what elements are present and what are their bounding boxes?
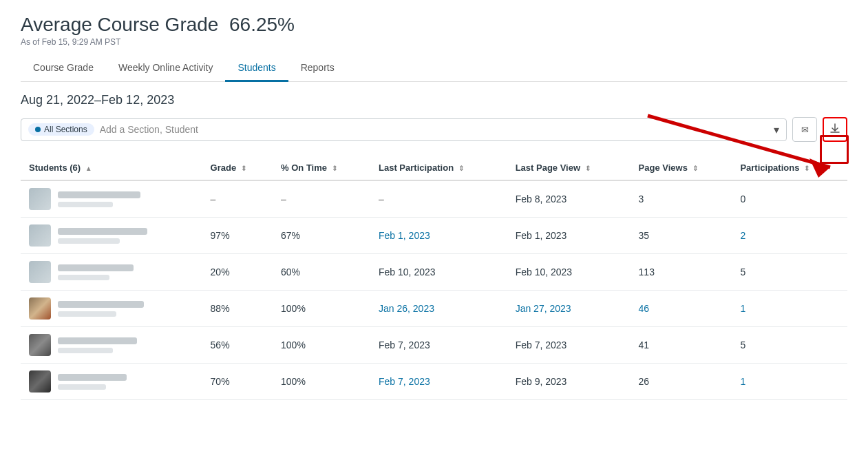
download-icon bbox=[829, 123, 840, 136]
avatar bbox=[29, 370, 51, 392]
sort-icon-last-participation: ⇕ bbox=[458, 165, 464, 172]
grade-cell: 70% bbox=[202, 364, 273, 400]
student-sub-blur bbox=[58, 202, 113, 207]
filter-row: All Sections Add a Section, Student ▾ ✉ bbox=[21, 117, 847, 142]
avatar bbox=[29, 297, 51, 320]
page-views-cell: 26 bbox=[631, 364, 732, 400]
on-time-cell: 60% bbox=[273, 254, 370, 291]
last-page-view-cell: Feb 7, 2023 bbox=[507, 327, 631, 364]
tab-reports[interactable]: Reports bbox=[288, 55, 347, 82]
last-page-view-link[interactable]: Jan 27, 2023 bbox=[516, 303, 571, 314]
student-name-block bbox=[58, 191, 140, 207]
download-button[interactable] bbox=[823, 117, 847, 142]
tabs-row: Course Grade Weekly Online Activity Stud… bbox=[21, 55, 847, 82]
sort-icon-grade: ⇕ bbox=[241, 165, 246, 172]
table-row: – – – Feb 8, 2023 3 0 bbox=[21, 180, 847, 218]
tab-course-grade[interactable]: Course Grade bbox=[21, 55, 106, 82]
last-participation-link[interactable]: Feb 7, 2023 bbox=[379, 376, 430, 387]
student-name-block bbox=[58, 374, 127, 390]
last-page-view-cell: Feb 10, 2023 bbox=[507, 254, 631, 291]
table-row: 20% 60% Feb 10, 2023 Feb 10, 2023 113 5 bbox=[21, 254, 847, 291]
participations-cell: 5 bbox=[732, 254, 847, 291]
last-page-view-cell: Feb 1, 2023 bbox=[507, 218, 631, 254]
page-views-cell: 3 bbox=[631, 180, 732, 218]
email-icon: ✉ bbox=[801, 125, 809, 135]
table-row: 70% 100% Feb 7, 2023 Feb 9, 2023 26 1 bbox=[21, 364, 847, 400]
all-sections-tag[interactable]: All Sections bbox=[28, 123, 94, 136]
student-sub-blur bbox=[58, 238, 120, 244]
last-page-view-cell: Feb 8, 2023 bbox=[507, 180, 631, 218]
table-header-row: Students (6) ▲ Grade ⇕ % On Time ⇕ Las bbox=[21, 156, 847, 180]
filter-placeholder: Add a Section, Student bbox=[100, 124, 198, 135]
participations-cell: 0 bbox=[732, 180, 847, 218]
participations-link[interactable]: 1 bbox=[740, 376, 745, 387]
student-name-blur bbox=[58, 191, 140, 198]
last-page-view-cell: Jan 27, 2023 bbox=[507, 291, 631, 327]
table-row: 88% 100% Jan 26, 2023 Jan 27, 2023 46 1 bbox=[21, 291, 847, 327]
date-range: Aug 21, 2022–Feb 12, 2023 bbox=[21, 93, 847, 107]
col-page-views[interactable]: Page Views ⇕ bbox=[631, 156, 732, 180]
avatar bbox=[29, 188, 51, 210]
grade-cell: 20% bbox=[202, 254, 273, 291]
col-last-participation[interactable]: Last Participation ⇕ bbox=[370, 156, 507, 180]
participations-link[interactable]: 1 bbox=[740, 303, 745, 314]
student-sub-blur bbox=[58, 275, 109, 280]
last-participation-cell: – bbox=[370, 180, 507, 218]
last-participation-cell: Jan 26, 2023 bbox=[370, 291, 507, 327]
tag-dot bbox=[35, 127, 41, 132]
students-table: Students (6) ▲ Grade ⇕ % On Time ⇕ Las bbox=[21, 156, 847, 400]
grade-cell: – bbox=[202, 180, 273, 218]
on-time-cell: 100% bbox=[273, 364, 370, 400]
col-students[interactable]: Students (6) ▲ bbox=[21, 156, 202, 180]
filter-input-container[interactable]: All Sections Add a Section, Student ▾ bbox=[21, 118, 787, 141]
student-cell bbox=[21, 364, 202, 400]
chevron-down-icon[interactable]: ▾ bbox=[774, 123, 779, 136]
participations-cell: 1 bbox=[732, 291, 847, 327]
sort-icon-last-page-view: ⇕ bbox=[585, 165, 591, 172]
student-name-blur bbox=[58, 374, 127, 381]
participations-cell: 2 bbox=[732, 218, 847, 254]
student-name-blur bbox=[58, 264, 134, 271]
grade-cell: 56% bbox=[202, 327, 273, 364]
col-last-page-view[interactable]: Last Page View ⇕ bbox=[507, 156, 631, 180]
tab-students[interactable]: Students bbox=[225, 55, 288, 82]
page-views-cell: 46 bbox=[631, 291, 732, 327]
tab-weekly-online-activity[interactable]: Weekly Online Activity bbox=[106, 55, 225, 82]
last-participation-cell: Feb 7, 2023 bbox=[370, 327, 507, 364]
grade-value: 66.25% bbox=[229, 14, 295, 35]
header-section: Average Course Grade 66.25% As of Feb 15… bbox=[21, 14, 847, 47]
student-cell bbox=[21, 327, 202, 364]
col-grade[interactable]: Grade ⇕ bbox=[202, 156, 273, 180]
last-participation-link[interactable]: Jan 26, 2023 bbox=[379, 303, 434, 314]
participations-cell: 1 bbox=[732, 364, 847, 400]
last-participation-cell: Feb 1, 2023 bbox=[370, 218, 507, 254]
participations-link[interactable]: 2 bbox=[740, 230, 745, 241]
last-participation-cell: Feb 7, 2023 bbox=[370, 364, 507, 400]
student-name-block bbox=[58, 264, 134, 280]
col-participations[interactable]: Participations ⇕ bbox=[732, 156, 847, 180]
student-name-blur bbox=[58, 337, 137, 344]
table-row: 97% 67% Feb 1, 2023 Feb 1, 2023 35 2 bbox=[21, 218, 847, 254]
page-views-cell: 35 bbox=[631, 218, 732, 254]
table-row: 56% 100% Feb 7, 2023 Feb 7, 2023 41 5 bbox=[21, 327, 847, 364]
sort-icon-participations: ⇕ bbox=[804, 165, 809, 172]
page-title: Average Course Grade 66.25% bbox=[21, 14, 847, 36]
sort-icon-students: ▲ bbox=[85, 165, 92, 172]
student-name-block bbox=[58, 337, 137, 353]
page-views-link[interactable]: 46 bbox=[639, 303, 650, 314]
subtitle-text: As of Feb 15, 9:29 AM PST bbox=[21, 37, 847, 47]
student-sub-blur bbox=[58, 311, 116, 317]
student-cell bbox=[21, 180, 202, 218]
participations-cell: 5 bbox=[732, 327, 847, 364]
student-cell bbox=[21, 254, 202, 291]
col-on-time[interactable]: % On Time ⇕ bbox=[273, 156, 370, 180]
student-cell bbox=[21, 291, 202, 327]
grade-cell: 97% bbox=[202, 218, 273, 254]
last-participation-link[interactable]: Feb 1, 2023 bbox=[379, 230, 430, 241]
on-time-cell: – bbox=[273, 180, 370, 218]
page-views-cell: 113 bbox=[631, 254, 732, 291]
on-time-cell: 100% bbox=[273, 291, 370, 327]
last-page-view-cell: Feb 9, 2023 bbox=[507, 364, 631, 400]
on-time-cell: 67% bbox=[273, 218, 370, 254]
email-button[interactable]: ✉ bbox=[792, 117, 817, 142]
